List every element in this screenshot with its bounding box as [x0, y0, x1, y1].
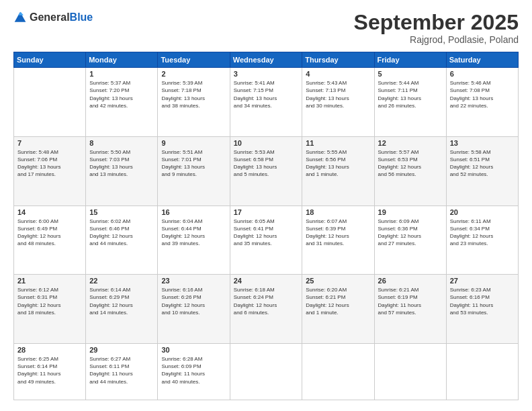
day-info: Sunrise: 6:00 AMSunset: 6:49 PMDaylight:…	[17, 218, 82, 248]
day-number: 30	[161, 346, 226, 354]
calendar-cell: 25Sunrise: 6:20 AMSunset: 6:21 PMDayligh…	[302, 275, 374, 344]
day-info: Sunrise: 5:39 AMSunset: 7:18 PMDaylight:…	[161, 79, 226, 109]
weekday-header-tuesday: Tuesday	[158, 52, 230, 68]
calendar-cell: 6Sunrise: 5:46 AMSunset: 7:08 PMDaylight…	[446, 68, 518, 137]
calendar-cell: 13Sunrise: 5:58 AMSunset: 6:51 PMDayligh…	[446, 136, 518, 205]
logo-general: General	[30, 11, 70, 23]
day-number: 29	[89, 346, 154, 354]
logo-blue: Blue	[70, 11, 93, 23]
location-subtitle: Rajgrod, Podlasie, Poland	[354, 34, 519, 45]
day-info: Sunrise: 6:21 AMSunset: 6:19 PMDaylight:…	[378, 286, 443, 316]
day-info: Sunrise: 5:50 AMSunset: 7:03 PMDaylight:…	[89, 148, 154, 179]
day-number: 27	[450, 277, 515, 285]
calendar-week-row: 28Sunrise: 6:25 AMSunset: 6:14 PMDayligh…	[14, 343, 519, 400]
day-info: Sunrise: 6:07 AMSunset: 6:39 PMDaylight:…	[306, 218, 370, 248]
day-info: Sunrise: 6:14 AMSunset: 6:29 PMDaylight:…	[89, 286, 154, 316]
day-number: 26	[378, 277, 443, 285]
calendar-cell: 8Sunrise: 5:50 AMSunset: 7:03 PMDaylight…	[86, 136, 158, 205]
day-info: Sunrise: 6:11 AMSunset: 6:34 PMDaylight:…	[450, 218, 515, 248]
calendar-cell: 19Sunrise: 6:09 AMSunset: 6:36 PMDayligh…	[374, 205, 446, 275]
day-info: Sunrise: 6:20 AMSunset: 6:21 PMDaylight:…	[306, 286, 370, 316]
month-title: September 2025	[354, 11, 519, 34]
weekday-header-row: SundayMondayTuesdayWednesdayThursdayFrid…	[14, 52, 519, 68]
calendar-cell: 18Sunrise: 6:07 AMSunset: 6:39 PMDayligh…	[302, 205, 374, 275]
calendar-body: 1Sunrise: 5:37 AMSunset: 7:20 PMDaylight…	[14, 68, 519, 400]
calendar-cell: 16Sunrise: 6:04 AMSunset: 6:44 PMDayligh…	[158, 205, 230, 275]
svg-marker-1	[18, 12, 24, 15]
header: GeneralBlue September 2025 Rajgrod, Podl…	[13, 11, 519, 45]
calendar-cell: 23Sunrise: 6:16 AMSunset: 6:26 PMDayligh…	[158, 275, 230, 344]
day-number: 20	[450, 208, 515, 216]
calendar-cell: 4Sunrise: 5:43 AMSunset: 7:13 PMDaylight…	[302, 68, 374, 137]
day-info: Sunrise: 6:02 AMSunset: 6:46 PMDaylight:…	[89, 218, 154, 248]
calendar-cell	[302, 343, 374, 400]
calendar-cell: 15Sunrise: 6:02 AMSunset: 6:46 PMDayligh…	[86, 205, 158, 275]
calendar-cell: 24Sunrise: 6:18 AMSunset: 6:24 PMDayligh…	[230, 275, 302, 344]
day-info: Sunrise: 5:43 AMSunset: 7:13 PMDaylight:…	[306, 79, 370, 109]
day-number: 15	[89, 208, 154, 216]
day-info: Sunrise: 5:48 AMSunset: 7:06 PMDaylight:…	[17, 148, 82, 179]
day-number: 28	[17, 346, 82, 354]
calendar-cell: 5Sunrise: 5:44 AMSunset: 7:11 PMDaylight…	[374, 68, 446, 137]
day-number: 25	[306, 277, 370, 285]
calendar-week-row: 1Sunrise: 5:37 AMSunset: 7:20 PMDaylight…	[14, 68, 519, 137]
weekday-header-monday: Monday	[86, 52, 158, 68]
day-info: Sunrise: 6:28 AMSunset: 6:09 PMDaylight:…	[161, 355, 226, 385]
day-info: Sunrise: 6:12 AMSunset: 6:31 PMDaylight:…	[17, 286, 82, 316]
weekday-header-thursday: Thursday	[302, 52, 374, 68]
day-number: 10	[234, 139, 298, 147]
calendar-cell: 28Sunrise: 6:25 AMSunset: 6:14 PMDayligh…	[14, 343, 86, 400]
day-info: Sunrise: 5:53 AMSunset: 6:58 PMDaylight:…	[234, 148, 298, 179]
day-number: 9	[161, 139, 226, 147]
calendar-cell: 17Sunrise: 6:05 AMSunset: 6:41 PMDayligh…	[230, 205, 302, 275]
day-number: 17	[234, 208, 298, 216]
day-info: Sunrise: 5:46 AMSunset: 7:08 PMDaylight:…	[450, 79, 515, 109]
day-info: Sunrise: 5:51 AMSunset: 7:01 PMDaylight:…	[161, 148, 226, 179]
day-info: Sunrise: 6:04 AMSunset: 6:44 PMDaylight:…	[161, 218, 226, 248]
day-number: 2	[161, 70, 226, 78]
day-number: 22	[89, 277, 154, 285]
calendar-cell: 27Sunrise: 6:23 AMSunset: 6:16 PMDayligh…	[446, 275, 518, 344]
day-number: 19	[378, 208, 443, 216]
day-number: 1	[89, 70, 154, 78]
calendar-table: SundayMondayTuesdayWednesdayThursdayFrid…	[13, 52, 519, 400]
day-info: Sunrise: 6:16 AMSunset: 6:26 PMDaylight:…	[161, 286, 226, 316]
calendar-cell: 12Sunrise: 5:57 AMSunset: 6:53 PMDayligh…	[374, 136, 446, 205]
logo-icon	[13, 11, 27, 24]
day-number: 13	[450, 139, 515, 147]
calendar-cell: 22Sunrise: 6:14 AMSunset: 6:29 PMDayligh…	[86, 275, 158, 344]
calendar-cell: 7Sunrise: 5:48 AMSunset: 7:06 PMDaylight…	[14, 136, 86, 205]
calendar-cell: 21Sunrise: 6:12 AMSunset: 6:31 PMDayligh…	[14, 275, 86, 344]
day-number: 16	[161, 208, 226, 216]
day-number: 24	[234, 277, 298, 285]
calendar-cell: 3Sunrise: 5:41 AMSunset: 7:15 PMDaylight…	[230, 68, 302, 137]
day-number: 4	[306, 70, 370, 78]
logo: GeneralBlue	[13, 11, 93, 24]
day-number: 23	[161, 277, 226, 285]
calendar-cell: 10Sunrise: 5:53 AMSunset: 6:58 PMDayligh…	[230, 136, 302, 205]
calendar-cell: 1Sunrise: 5:37 AMSunset: 7:20 PMDaylight…	[86, 68, 158, 137]
day-number: 7	[17, 139, 82, 147]
day-info: Sunrise: 5:41 AMSunset: 7:15 PMDaylight:…	[234, 79, 298, 109]
day-number: 21	[17, 277, 82, 285]
calendar-cell: 20Sunrise: 6:11 AMSunset: 6:34 PMDayligh…	[446, 205, 518, 275]
weekday-header-saturday: Saturday	[446, 52, 518, 68]
day-info: Sunrise: 5:44 AMSunset: 7:11 PMDaylight:…	[378, 79, 443, 109]
day-info: Sunrise: 6:05 AMSunset: 6:41 PMDaylight:…	[234, 218, 298, 248]
day-info: Sunrise: 6:27 AMSunset: 6:11 PMDaylight:…	[89, 355, 154, 385]
calendar-cell	[14, 68, 86, 137]
day-info: Sunrise: 6:09 AMSunset: 6:36 PMDaylight:…	[378, 218, 443, 248]
page: GeneralBlue September 2025 Rajgrod, Podl…	[0, 0, 532, 411]
calendar-week-row: 14Sunrise: 6:00 AMSunset: 6:49 PMDayligh…	[14, 205, 519, 275]
calendar-header: SundayMondayTuesdayWednesdayThursdayFrid…	[14, 52, 519, 68]
calendar-cell	[374, 343, 446, 400]
day-number: 12	[378, 139, 443, 147]
title-block: September 2025 Rajgrod, Podlasie, Poland	[354, 11, 519, 45]
day-info: Sunrise: 6:25 AMSunset: 6:14 PMDaylight:…	[17, 355, 82, 385]
day-number: 18	[306, 208, 370, 216]
weekday-header-friday: Friday	[374, 52, 446, 68]
day-info: Sunrise: 6:18 AMSunset: 6:24 PMDaylight:…	[234, 286, 298, 316]
day-info: Sunrise: 5:58 AMSunset: 6:51 PMDaylight:…	[450, 148, 515, 179]
day-number: 6	[450, 70, 515, 78]
calendar-cell: 29Sunrise: 6:27 AMSunset: 6:11 PMDayligh…	[86, 343, 158, 400]
